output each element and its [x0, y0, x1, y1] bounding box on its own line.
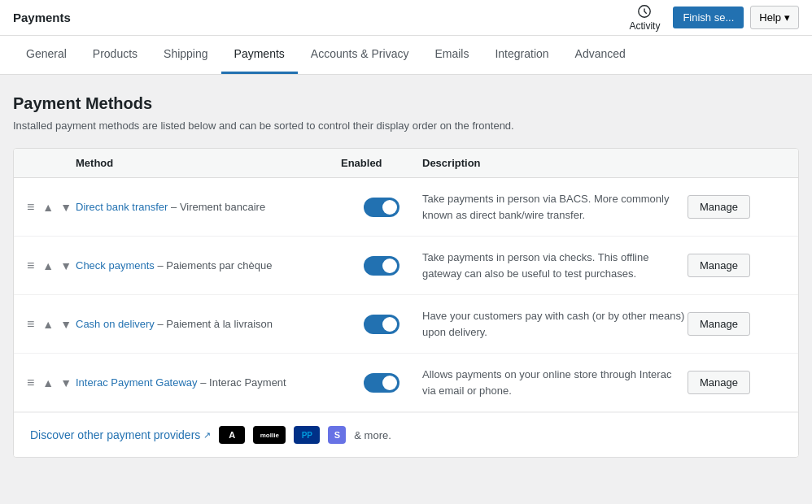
drag-handle-icon[interactable]: ≡ [27, 200, 34, 215]
finish-setup-button[interactable]: Finish se... [673, 7, 744, 28]
help-button[interactable]: Help ▾ [750, 6, 799, 29]
method-link-direct-bank[interactable]: Direct bank transfer [76, 201, 168, 213]
method-cell-cod: Cash on delivery – Paiement à la livrais… [76, 318, 341, 330]
sort-controls: ≡ ▲ ▼ [27, 316, 76, 332]
activity-icon [637, 4, 652, 19]
tab-products[interactable]: Products [80, 36, 151, 74]
enabled-cell-interac [341, 373, 422, 393]
manage-button-direct-bank[interactable]: Manage [688, 195, 750, 219]
desc-cell-check: Take payments in person via checks. This… [422, 250, 688, 281]
chevron-down-icon: ▾ [784, 11, 790, 24]
method-cell-check: Check payments – Paiements par chèque [76, 259, 341, 272]
desc-cell-interac: Allows payments on your online store thr… [422, 367, 688, 398]
col-sort [27, 157, 76, 169]
tab-general[interactable]: General [13, 36, 80, 74]
table-row: ≡ ▲ ▼ Check payments – Paiements par chè… [14, 237, 798, 295]
table-header: Method Enabled Description [14, 149, 798, 178]
tab-payments[interactable]: Payments [221, 36, 298, 74]
toggle-slider-cod [364, 315, 399, 334]
toggle-interac[interactable] [364, 373, 399, 393]
stripe-provider-icon: S [328, 426, 346, 444]
tab-accounts-privacy[interactable]: Accounts & Privacy [298, 36, 422, 74]
method-link-cod[interactable]: Cash on delivery [76, 318, 155, 330]
table-row: ≡ ▲ ▼ Cash on delivery – Paiement à la l… [14, 295, 798, 354]
toggle-cod[interactable] [364, 315, 399, 334]
page-header-title: Payments [13, 11, 71, 24]
method-link-interac[interactable]: Interac Payment Gateway [76, 376, 198, 389]
affirm-provider-icon: A [219, 426, 245, 444]
tab-advanced[interactable]: Advanced [562, 36, 639, 74]
col-actions [688, 157, 785, 169]
toggle-slider-direct-bank [364, 198, 399, 217]
desc-cell-cod: Have your customers pay with cash (or by… [422, 308, 688, 340]
table-row: ≡ ▲ ▼ Interac Payment Gateway – Interac … [14, 354, 798, 412]
footer-bar: Discover other payment providers ↗ A mol… [14, 412, 798, 457]
sort-down-icon[interactable]: ▼ [59, 316, 73, 332]
drag-handle-icon[interactable]: ≡ [27, 259, 34, 273]
method-subtitle-direct-bank: – Virement bancaire [171, 201, 265, 213]
toggle-direct-bank[interactable] [364, 198, 399, 217]
action-cell-check: Manage [688, 254, 785, 277]
enabled-cell-cod [341, 315, 422, 334]
toggle-slider-interac [364, 373, 399, 393]
mollie-provider-icon: mollie [253, 426, 286, 444]
sort-up-icon[interactable]: ▲ [41, 316, 55, 332]
tab-shipping[interactable]: Shipping [151, 36, 221, 74]
toggle-check[interactable] [364, 256, 399, 276]
enabled-cell-check [341, 256, 422, 276]
page-description: Installed payment methods are listed bel… [13, 119, 799, 132]
manage-button-check[interactable]: Manage [688, 254, 750, 277]
sort-controls: ≡ ▲ ▼ [27, 199, 76, 215]
tab-integration[interactable]: Integration [482, 36, 561, 74]
col-enabled: Enabled [341, 157, 422, 169]
tabs-bar: General Products Shipping Payments Accou… [0, 36, 812, 75]
more-text: & more. [354, 429, 391, 441]
desc-cell-direct-bank: Take payments in person via BACS. More c… [422, 191, 688, 223]
sort-down-icon[interactable]: ▼ [59, 375, 73, 391]
method-subtitle-check: – Paiements par chèque [157, 259, 272, 272]
tab-emails[interactable]: Emails [421, 36, 482, 74]
drag-handle-icon[interactable]: ≡ [27, 376, 34, 390]
discover-providers-link[interactable]: Discover other payment providers ↗ [30, 428, 211, 441]
manage-button-cod[interactable]: Manage [688, 312, 750, 336]
method-link-check[interactable]: Check payments [76, 259, 155, 272]
activity-button[interactable]: Activity [622, 1, 666, 35]
sort-up-icon[interactable]: ▲ [41, 375, 55, 391]
enabled-cell-direct-bank [341, 198, 422, 217]
table-row: ≡ ▲ ▼ Direct bank transfer – Virement ba… [14, 178, 798, 237]
method-subtitle-interac: – Interac Payment [200, 376, 286, 389]
external-link-icon: ↗ [203, 430, 211, 441]
method-subtitle-cod: – Paiement à la livraison [157, 318, 273, 330]
action-cell-cod: Manage [688, 312, 785, 336]
toggle-slider-check [364, 256, 399, 276]
sort-down-icon[interactable]: ▼ [59, 258, 73, 274]
method-cell-interac: Interac Payment Gateway – Interac Paymen… [76, 376, 341, 389]
manage-button-interac[interactable]: Manage [688, 371, 750, 394]
header-actions: Activity Finish se... Help ▾ [622, 1, 799, 35]
action-cell-interac: Manage [688, 371, 785, 394]
action-cell-direct-bank: Manage [688, 195, 785, 219]
method-cell-direct-bank: Direct bank transfer – Virement bancaire [76, 201, 341, 213]
main-content: Payment Methods Installed payment method… [0, 75, 812, 477]
paypal-provider-icon: PP [294, 426, 320, 444]
sort-up-icon[interactable]: ▲ [41, 199, 55, 215]
payment-methods-table: Method Enabled Description ≡ ▲ ▼ Direct … [13, 148, 799, 458]
sort-controls: ≡ ▲ ▼ [27, 258, 76, 274]
sort-controls: ≡ ▲ ▼ [27, 375, 76, 391]
sort-up-icon[interactable]: ▲ [41, 258, 55, 274]
sort-down-icon[interactable]: ▼ [59, 199, 73, 215]
page-title: Payment Methods [13, 94, 799, 113]
drag-handle-icon[interactable]: ≡ [27, 317, 34, 332]
header: Payments Activity Finish se... Help ▾ [0, 0, 812, 36]
col-description: Description [422, 157, 688, 169]
col-method: Method [76, 157, 341, 169]
